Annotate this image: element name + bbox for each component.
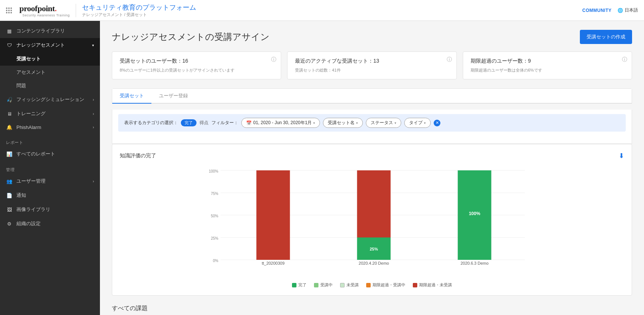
tabs: 受講セット ユーザー登録: [112, 89, 632, 104]
filter-bar: 表示するカテゴリの選択： 完了 得点 フィルター： 📅 01, 2020 - J…: [118, 114, 626, 132]
chart-title: 知識評価の完了: [120, 152, 156, 159]
globe-icon: 🌐: [618, 8, 623, 13]
header: proofpoint. Security Awareness Training …: [0, 0, 644, 21]
filter-category-badge[interactable]: 完了: [181, 119, 197, 126]
legend-item-overdue-not-started: 期限超過・未受講: [413, 282, 452, 288]
filter-container: 表示するカテゴリの選択： 完了 得点 フィルター： 📅 01, 2020 - J…: [112, 110, 632, 144]
main-layout: ▦ コンテンツライブラリ 🛡 ナレッジアセスメント ▾ 受講セット アセスメント…: [0, 21, 644, 315]
info-icon-overdue[interactable]: ⓘ: [622, 56, 627, 63]
info-icon-enrolled[interactable]: ⓘ: [271, 56, 276, 63]
language-selector[interactable]: 🌐 日本語: [618, 7, 638, 13]
header-divider: [76, 4, 76, 17]
legend-dot-completed: [292, 283, 296, 287]
tab-enroll-set[interactable]: 受講セット: [112, 89, 151, 104]
legend-dot-in-progress: [314, 283, 318, 287]
chevron-down-icon: ▾: [313, 121, 315, 125]
grid-menu-icon[interactable]: [6, 7, 12, 13]
logo-sub: Security Awareness Training: [22, 13, 70, 17]
header-right: COMMUNITY 🌐 日本語: [582, 7, 638, 13]
sidebar-item-notification[interactable]: 📄 通知: [0, 188, 100, 202]
all-tasks-title: すべての課題: [112, 305, 632, 312]
svg-text:25%: 25%: [370, 247, 378, 251]
image-icon: 🖼: [6, 207, 13, 212]
doc-icon: 📄: [6, 193, 13, 198]
users-icon: 👥: [6, 179, 13, 184]
stat-active-sub: 受講セットの総数：41件: [295, 67, 449, 73]
stats-row: 受講セットのユーザー数：16 8%のユーザーに1件以上の受講セットがアサインされ…: [112, 51, 632, 79]
svg-text:tt_20200309: tt_20200309: [262, 261, 285, 265]
svg-text:50%: 50%: [211, 214, 218, 218]
stat-enrolled-title: 受講セットのユーザー数：16: [120, 58, 273, 64]
breadcrumb: ナレッジアセスメント / 受講セット: [82, 12, 196, 18]
sidebar: ▦ コンテンツライブラリ 🛡 ナレッジアセスメント ▾ 受講セット アセスメント…: [0, 21, 100, 315]
sidebar-sub-item-question[interactable]: 問題: [0, 79, 100, 92]
page-title: ナレッジアセスメントの受講アサイン: [112, 31, 270, 43]
legend-dot-not-started: [340, 283, 345, 287]
create-enroll-set-button[interactable]: 受講セットの作成: [580, 30, 632, 44]
chevron-right-icon: ›: [93, 179, 94, 183]
chevron-down-icon: ▾: [424, 121, 426, 125]
filter-score-label: 得点: [200, 120, 208, 126]
legend-dot-overdue-in-progress: [366, 283, 371, 287]
legend-item-completed: 完了: [292, 282, 307, 288]
filter-name-btn[interactable]: 受講セット名 ▾: [323, 118, 363, 128]
sidebar-item-image-library[interactable]: 🖼 画像ライブラリ: [0, 202, 100, 217]
filter-clear-btn[interactable]: ✕: [434, 120, 440, 126]
sidebar-sub-item-enroll-set[interactable]: 受講セット: [0, 52, 100, 66]
sidebar-item-training[interactable]: 🖥 トレーニング ›: [0, 107, 100, 121]
tab-user-enroll[interactable]: ユーザー登録: [151, 89, 195, 104]
sidebar-item-org-settings[interactable]: ⚙ 組織の設定: [0, 217, 100, 231]
chevron-right-icon: ›: [93, 112, 94, 116]
chevron-down-icon: ▾: [356, 121, 358, 125]
svg-text:25%: 25%: [211, 236, 218, 240]
chevron-down-icon: ▾: [92, 43, 94, 47]
header-logo: proofpoint. Security Awareness Training: [19, 4, 70, 17]
sidebar-item-user-management[interactable]: 👥 ユーザー管理 ›: [0, 174, 100, 188]
stat-card-enrolled-users: 受講セットのユーザー数：16 8%のユーザーに1件以上の受講セットがアサインされ…: [112, 51, 281, 79]
filter-type-btn[interactable]: タイプ ▾: [404, 118, 431, 128]
community-link[interactable]: COMMUNITY: [582, 8, 612, 13]
bell-icon: 🔔: [6, 125, 13, 130]
svg-text:2020.4.20 Demo: 2020.4.20 Demo: [359, 261, 389, 265]
sidebar-item-all-reports[interactable]: 📊 すべてのレポート: [0, 147, 100, 161]
chart-header: 知識評価の完了 ⬇: [120, 152, 624, 160]
stat-overdue-sub: 期限超過のユーザー数は全体の6%です: [471, 67, 624, 73]
monitor-icon: 🖥: [6, 111, 13, 117]
shield-icon: 🛡: [6, 42, 13, 48]
legend-item-overdue-in-progress: 期限超過・受講中: [366, 282, 405, 288]
svg-rect-10: [257, 170, 290, 260]
svg-text:100%: 100%: [209, 169, 219, 173]
info-icon-active[interactable]: ⓘ: [447, 56, 452, 63]
svg-rect-12: [357, 170, 391, 237]
svg-text:75%: 75%: [211, 192, 218, 196]
calendar-icon: 📅: [246, 120, 252, 126]
sidebar-section-management: 管理: [0, 161, 100, 174]
stat-overdue-title: 期限超過のユーザー数：9: [471, 58, 624, 64]
filter-status-btn[interactable]: ステータス ▾: [366, 118, 401, 128]
sidebar-item-contents-library[interactable]: ▦ コンテンツライブラリ: [0, 24, 100, 38]
sidebar-sub-item-assessment[interactable]: アセスメント: [0, 66, 100, 79]
filter-label: フィルター：: [211, 120, 238, 126]
chart-legend: 完了 受講中 未受講 期限超過・受講中 期限超過・未受講: [120, 282, 624, 288]
stat-enrolled-sub: 8%のユーザーに1件以上の受講セットがアサインされています: [120, 67, 273, 73]
header-title-area: セキュリティ教育のプラットフォーム ナレッジアセスメント / 受講セット: [82, 3, 196, 18]
svg-text:0%: 0%: [213, 259, 219, 263]
chart-section: 知識評価の完了 ⬇ 100% 75% 50% 25% 0% tt_202003: [112, 144, 632, 296]
chart-icon: 📊: [6, 151, 13, 157]
sidebar-section-reports: レポート: [0, 134, 100, 147]
chevron-down-icon: ▾: [395, 121, 396, 125]
sidebar-item-phishing-simulation[interactable]: 🎣 フィッシングシミュレーション ›: [0, 92, 100, 107]
logo-text: proofpoint.: [19, 4, 57, 13]
sidebar-item-knowledge-assessment[interactable]: 🛡 ナレッジアセスメント ▾: [0, 38, 100, 52]
stat-card-active-sets: 最近のアクティブな受講セット：13 受講セットの総数：41件 ⓘ: [287, 51, 456, 79]
filter-category-label: 表示するカテゴリの選択：: [124, 120, 178, 126]
legend-item-not-started: 未受講: [340, 282, 359, 288]
download-icon[interactable]: ⬇: [619, 152, 624, 160]
fish-icon: 🎣: [6, 97, 13, 103]
svg-text:100%: 100%: [469, 211, 480, 216]
sidebar-item-phish-alarm[interactable]: 🔔 PhishAlarm ›: [0, 121, 100, 134]
header-main-title: セキュリティ教育のプラットフォーム: [82, 3, 196, 12]
main-content: ナレッジアセスメントの受講アサイン 受講セットの作成 受講セットのユーザー数：1…: [100, 21, 644, 315]
settings-icon: ⚙: [6, 221, 13, 227]
filter-date-btn[interactable]: 📅 01, 2020 - Jun 30, 2020年1月 ▾: [241, 118, 320, 128]
